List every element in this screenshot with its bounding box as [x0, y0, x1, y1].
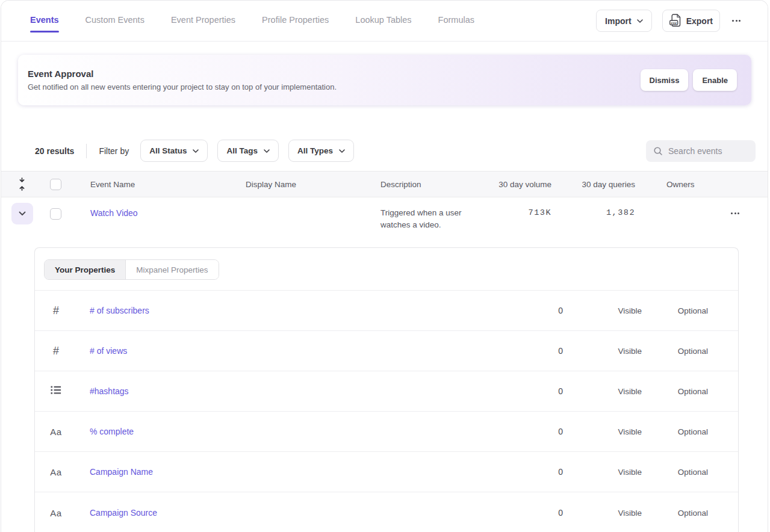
divider — [86, 144, 87, 158]
property-visibility: Visible — [588, 468, 642, 477]
number-type-icon: # — [35, 345, 77, 357]
property-visibility: Visible — [588, 306, 642, 315]
properties-list: ## of subscribers0VisibleOptional## of v… — [35, 291, 738, 532]
top-nav: Events Custom Events Event Properties Pr… — [1, 1, 768, 42]
column-display-name: Display Name — [246, 180, 296, 189]
column-event-name: Event Name — [90, 180, 135, 189]
property-row: AaCampaign Source0VisibleOptional — [35, 492, 738, 532]
banner-subtitle: Get notified on all new events entering … — [28, 82, 337, 91]
chevron-down-icon — [339, 149, 345, 153]
dismiss-button[interactable]: Dismiss — [641, 69, 689, 91]
row-checkbox[interactable] — [50, 208, 61, 220]
chevron-down-icon — [19, 211, 26, 216]
tags-filter-dropdown[interactable]: All Tags — [217, 140, 279, 162]
chevron-down-icon — [193, 149, 199, 153]
property-requirement: Optional — [654, 468, 708, 477]
property-requirement: Optional — [654, 508, 708, 517]
property-requirement: Optional — [654, 347, 708, 356]
property-row: ## of views0VisibleOptional — [35, 331, 738, 371]
text-type-icon: Aa — [35, 467, 77, 477]
property-count: 0 — [558, 346, 563, 356]
property-row: #hashtags0VisibleOptional — [35, 371, 738, 412]
chevron-down-icon — [637, 19, 643, 23]
number-type-icon: # — [35, 305, 77, 317]
event-30-day-queries: 1,382 — [551, 208, 635, 217]
collapse-all-icon[interactable] — [18, 178, 26, 191]
collapse-row-button[interactable] — [11, 203, 33, 224]
search-icon — [653, 146, 663, 156]
csv-file-icon: csv — [669, 14, 682, 28]
banner-title: Event Approval — [28, 69, 337, 79]
text-type-icon: Aa — [35, 427, 77, 437]
property-visibility: Visible — [588, 427, 642, 436]
column-30-day-queries: 30 day queries — [551, 180, 635, 189]
property-requirement: Optional — [654, 306, 708, 315]
nav-tabs: Events Custom Events Event Properties Pr… — [30, 1, 474, 32]
enable-button[interactable]: Enable — [693, 69, 737, 91]
property-visibility: Visible — [588, 508, 642, 517]
more-options-icon[interactable] — [730, 16, 742, 25]
property-requirement: Optional — [654, 387, 708, 396]
main-content-card: Events Custom Events Event Properties Pr… — [1, 0, 768, 532]
search-input[interactable] — [668, 146, 747, 156]
filter-by-label: Filter by — [99, 146, 129, 156]
property-visibility: Visible — [588, 347, 642, 356]
event-name-link[interactable]: Watch Video — [90, 208, 138, 218]
property-count: 0 — [558, 467, 563, 477]
table-header: Event Name Display Name Description 30 d… — [1, 171, 768, 197]
event-table-row: Watch Video Triggered when a user watche… — [1, 198, 768, 247]
search-events-box[interactable] — [646, 140, 756, 162]
select-all-checkbox[interactable] — [50, 179, 61, 190]
text-type-icon: Aa — [35, 507, 77, 518]
property-count: 0 — [558, 508, 563, 518]
property-name-link[interactable]: # of subscribers — [90, 306, 149, 315]
property-row: AaCampaign Name0VisibleOptional — [35, 452, 738, 492]
list-type-icon — [35, 385, 77, 397]
svg-text:csv: csv — [671, 21, 677, 25]
property-name-link[interactable]: #hashtags — [90, 386, 129, 396]
event-30-day-volume: 713K — [467, 208, 551, 217]
property-name-link[interactable]: % complete — [90, 427, 134, 436]
import-button[interactable]: Import — [596, 10, 652, 32]
properties-panel: Your Properties Mixpanel Properties ## o… — [34, 247, 739, 532]
tab-event-properties[interactable]: Event Properties — [171, 1, 235, 32]
filter-row: 20 results Filter by All Status All Tags… — [35, 140, 756, 162]
event-description: Triggered when a user watches a video. — [380, 207, 472, 231]
property-row: Aa% complete0VisibleOptional — [35, 412, 738, 452]
column-30-day-volume: 30 day volume — [467, 180, 551, 189]
properties-tabs: Your Properties Mixpanel Properties — [44, 259, 219, 280]
row-more-options-icon[interactable] — [729, 209, 741, 218]
property-name-link[interactable]: Campaign Name — [90, 467, 153, 477]
property-row: ## of subscribers0VisibleOptional — [35, 291, 738, 331]
tab-custom-events[interactable]: Custom Events — [85, 1, 144, 32]
event-approval-banner: Event Approval Get notified on all new e… — [18, 55, 751, 105]
active-tab-underline — [30, 31, 59, 32]
property-name-link[interactable]: # of views — [90, 346, 127, 356]
tab-mixpanel-properties[interactable]: Mixpanel Properties — [126, 260, 218, 279]
properties-panel-header: Your Properties Mixpanel Properties — [35, 248, 738, 291]
tab-events[interactable]: Events — [30, 1, 59, 32]
property-name-link[interactable]: Campaign Source — [90, 508, 157, 518]
tab-profile-properties[interactable]: Profile Properties — [262, 1, 329, 32]
property-count: 0 — [558, 427, 563, 436]
export-button[interactable]: csv Export — [662, 10, 720, 32]
status-filter-dropdown[interactable]: All Status — [140, 140, 208, 162]
property-visibility: Visible — [588, 387, 642, 396]
tab-lookup-tables[interactable]: Lookup Tables — [355, 1, 411, 32]
column-description: Description — [380, 180, 421, 189]
chevron-down-icon — [264, 149, 270, 153]
tab-your-properties[interactable]: Your Properties — [45, 260, 126, 279]
property-count: 0 — [558, 386, 563, 396]
property-count: 0 — [558, 306, 563, 315]
tab-formulas[interactable]: Formulas — [438, 1, 474, 32]
column-owners: Owners — [666, 180, 695, 189]
property-requirement: Optional — [654, 427, 708, 436]
types-filter-dropdown[interactable]: All Types — [288, 140, 354, 162]
results-count: 20 results — [35, 146, 74, 156]
